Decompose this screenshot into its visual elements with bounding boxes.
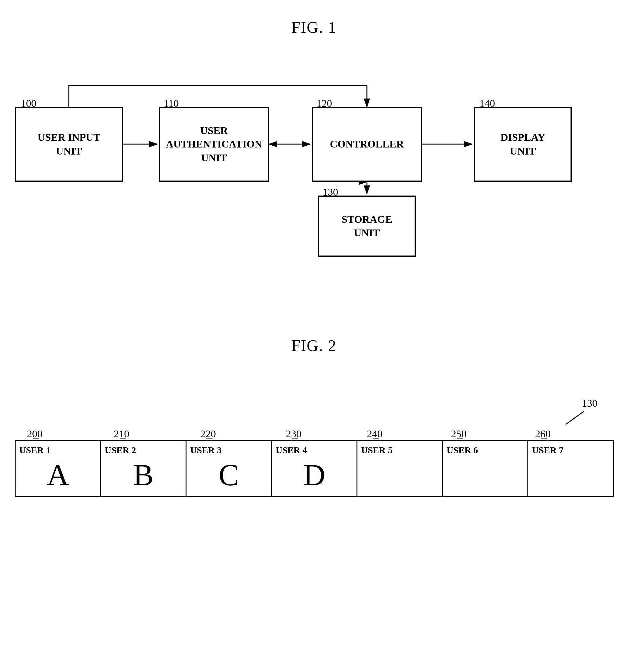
user-auth-unit-label: USERAUTHENTICATIONUNIT: [166, 124, 262, 165]
ref-220: 220: [200, 428, 216, 440]
user3-cell: USER 3 C: [186, 441, 272, 497]
user6-cell: USER 6: [443, 441, 528, 497]
user3-letter: C: [186, 457, 271, 496]
fig2-diagram: 130 200 210 220 230 240 250 260 USER 1: [0, 379, 628, 563]
user1-header: USER 1: [16, 441, 100, 457]
ref-200: 200: [27, 428, 43, 440]
svg-line-13: [566, 411, 584, 425]
user6-empty: [443, 457, 528, 496]
controller-label: CONTROLLER: [330, 137, 404, 151]
user2-letter: B: [101, 457, 186, 496]
user4-cell: USER 4 D: [272, 441, 357, 497]
ref-120: 120: [317, 98, 332, 109]
storage-unit-label: STORAGEUNIT: [342, 213, 392, 240]
fig2-section: FIG. 2 130 200 210 220 230 240 250 260: [0, 337, 628, 563]
ref-130: 130: [323, 186, 338, 198]
user2-cell: USER 2 B: [101, 441, 186, 497]
user7-cell: USER 7: [528, 441, 613, 497]
user4-header: USER 4: [272, 441, 357, 457]
storage-unit-box: STORAGEUNIT: [318, 195, 416, 257]
user7-empty: [528, 457, 613, 496]
user4-letter: D: [272, 457, 357, 496]
fig2-title: FIG. 2: [0, 337, 628, 355]
fig1-title: FIG. 1: [0, 18, 628, 37]
user-auth-unit-box: USERAUTHENTICATIONUNIT: [159, 107, 269, 182]
fig2-storage-ref: 130: [582, 398, 597, 409]
ref-250: 250: [451, 428, 467, 440]
display-unit-box: DISPLAYUNIT: [474, 107, 572, 182]
user5-header: USER 5: [357, 441, 442, 457]
ref-110: 110: [164, 98, 179, 109]
fig1-diagram: USER INPUTUNIT USERAUTHENTICATIONUNIT CO…: [0, 61, 628, 269]
user-table-container: USER 1 A USER 2 B USER 3 C USER 4 D: [15, 440, 614, 497]
controller-box: CONTROLLER: [312, 107, 422, 182]
ref-240: 240: [367, 428, 382, 440]
user1-letter: A: [16, 457, 100, 496]
display-unit-label: DISPLAYUNIT: [501, 131, 545, 158]
fig1-section: FIG. 1: [0, 18, 628, 269]
user2-header: USER 2: [101, 441, 186, 457]
ref-140: 140: [479, 98, 495, 109]
ref-260: 260: [535, 428, 551, 440]
user-input-unit-label: USER INPUTUNIT: [37, 131, 100, 158]
user-input-unit-box: USER INPUTUNIT: [15, 107, 123, 182]
user5-empty: [357, 457, 442, 496]
user5-cell: USER 5: [357, 441, 443, 497]
user1-cell: USER 1 A: [15, 441, 101, 497]
user7-header: USER 7: [528, 441, 613, 457]
ref-230: 230: [286, 428, 301, 440]
ref-100: 100: [21, 98, 36, 109]
user3-header: USER 3: [186, 441, 271, 457]
ref-210: 210: [114, 428, 129, 440]
user6-header: USER 6: [443, 441, 528, 457]
user-table: USER 1 A USER 2 B USER 3 C USER 4 D: [15, 440, 614, 497]
